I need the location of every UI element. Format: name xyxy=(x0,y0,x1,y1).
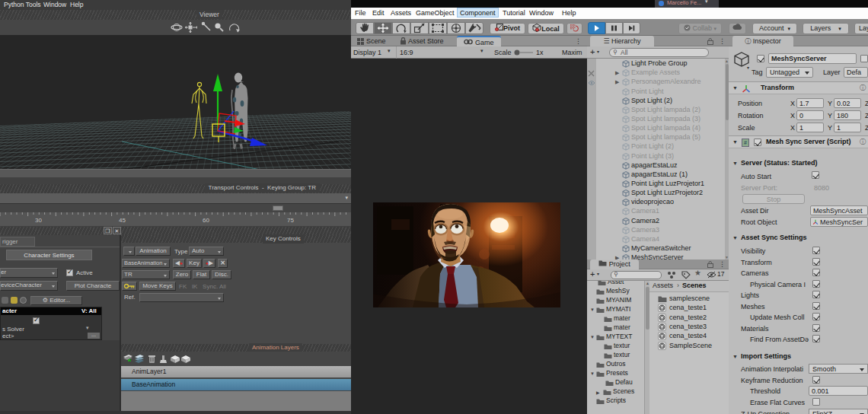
svg-text:75: 75 xyxy=(287,217,294,224)
svg-text:60: 60 xyxy=(203,217,209,224)
svg-text:30: 30 xyxy=(35,217,42,224)
svg-text:45: 45 xyxy=(119,217,126,224)
